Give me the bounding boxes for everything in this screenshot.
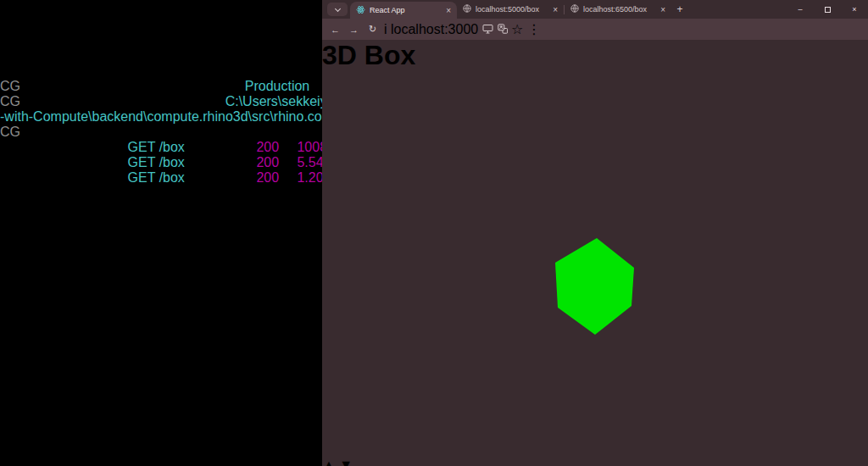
page-header: 3D Box — [322, 40, 868, 71]
scroll-up-icon[interactable]: ▲ — [322, 458, 336, 466]
browser-menu-icon[interactable]: ⋮ — [527, 22, 541, 36]
maximize-icon — [825, 7, 831, 13]
address-url: localhost:3000 — [391, 22, 478, 36]
new-tab-button[interactable]: + — [671, 0, 688, 19]
close-icon[interactable]: × — [553, 5, 558, 14]
browser-maximize-button[interactable] — [814, 0, 841, 19]
globe-icon — [570, 4, 579, 14]
tab-label: localhost:5000/box — [476, 5, 548, 14]
chevron-down-icon — [334, 5, 340, 11]
tab-react-app[interactable]: React App × — [350, 2, 457, 19]
cmd-icon: >_ — [0, 1, 15, 15]
close-icon[interactable]: × — [446, 6, 451, 15]
react-icon — [356, 5, 365, 16]
close-icon[interactable]: × — [242, 247, 249, 262]
vertical-scrollbar[interactable]: ▲ ▼ — [322, 458, 868, 466]
threejs-canvas[interactable] — [322, 71, 868, 458]
terminal-tab-title: コマンド プロンプト - dotnet run — [19, 1, 221, 15]
site-info-icon[interactable]: i — [384, 22, 387, 36]
tab-localhost-6500[interactable]: localhost:6500/box × — [565, 0, 671, 19]
scroll-down-icon[interactable]: ▼ — [339, 458, 353, 466]
green-box — [555, 238, 634, 335]
page-title: 3D Box — [322, 40, 868, 71]
tab-localhost-5000[interactable]: localhost:5000/box × — [457, 0, 564, 19]
cmd-icon: >_ — [0, 247, 15, 262]
terminal-tab-title: コマンド プロンプト - python serve — [19, 247, 238, 262]
browser-close-button[interactable]: × — [841, 0, 868, 19]
globe-icon — [463, 4, 471, 14]
box-3d-render — [322, 71, 856, 454]
chevron-down-icon — [0, 286, 5, 292]
close-icon[interactable]: × — [225, 1, 232, 15]
browser-tabstrip: React App × localhost:5000/box × — [322, 0, 868, 19]
desktop: React App × localhost:5000/box × — [0, 0, 868, 466]
tab-search-button[interactable] — [327, 3, 348, 16]
tab-label: localhost:6500/box — [583, 5, 656, 14]
reload-button[interactable]: ↻ — [365, 24, 380, 35]
browser-viewport: 3D Box ▲ ▼ ◄ ► — [322, 40, 868, 466]
close-icon[interactable]: × — [660, 5, 665, 14]
forward-button[interactable]: → — [347, 25, 361, 35]
browser-toolbar: ← → ↻ i localhost:3000 — [322, 19, 868, 40]
chevron-down-icon — [0, 40, 5, 46]
send-to-device-icon[interactable] — [482, 22, 497, 36]
address-bar[interactable]: i localhost:3000 — [384, 22, 478, 37]
tab-label: React App — [370, 6, 442, 14]
toolbar-icons: ☆ ⋮ — [482, 21, 541, 37]
browser-minimize-button[interactable]: – — [787, 0, 814, 19]
bookmark-star-icon[interactable]: ☆ — [511, 22, 523, 36]
back-button[interactable]: ← — [328, 25, 342, 35]
translate-icon[interactable] — [498, 22, 511, 36]
browser-window: React App × localhost:5000/box × — [322, 0, 868, 466]
